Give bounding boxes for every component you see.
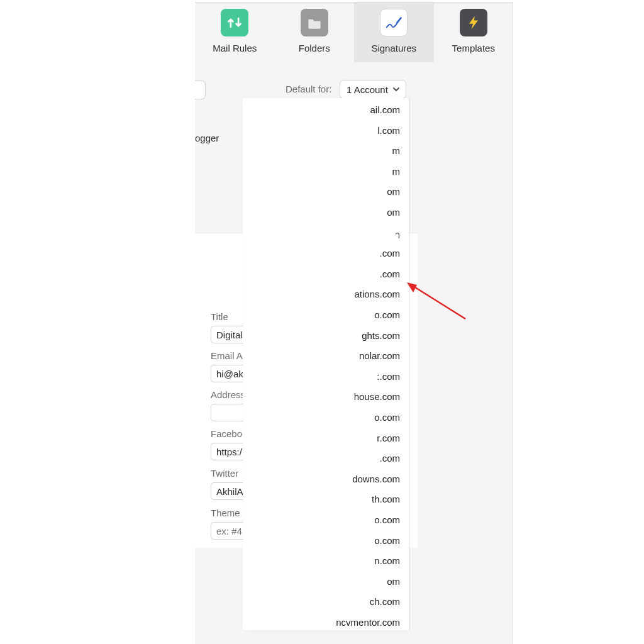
account-option[interactable]: า [395,228,400,243]
account-option[interactable]: :.com [377,371,400,382]
tab-folders[interactable]: Folders [275,3,355,63]
account-option[interactable]: ghts.com [362,330,400,341]
default-for-label: Default for: [286,84,331,94]
tab-label: Templates [452,43,495,53]
account-option[interactable]: .com [379,453,400,464]
tab-label: Mail Rules [213,43,257,53]
account-option[interactable]: .com [379,269,400,279]
tab-mail-rules[interactable]: Mail Rules [195,3,275,63]
account-option[interactable]: l.com [377,125,400,136]
account-option[interactable]: o.com [374,514,400,525]
chevron-down-icon [392,85,401,96]
account-option[interactable]: ncvmentor.com [336,617,400,628]
account-option[interactable]: ations.com [354,289,400,299]
accounts-dropdown[interactable]: ail.coml.commmomomา.com.comations.como.c… [243,98,409,630]
tab-templates[interactable]: Templates [434,3,514,63]
account-option[interactable]: .com [379,248,400,258]
signatures-icon [380,9,408,36]
default-for-select[interactable]: 1 Account [340,80,406,99]
account-option[interactable]: house.com [354,391,400,402]
tab-label: Signatures [371,43,416,53]
window-edge [513,2,513,644]
partial-search-input[interactable] [195,80,206,99]
account-option[interactable]: om [387,576,400,587]
tab-label: Folders [299,43,330,53]
account-option[interactable]: om [387,207,400,218]
account-option[interactable]: nolar.com [359,350,400,361]
account-option[interactable]: o.com [374,535,400,546]
account-option[interactable]: o.com [374,412,400,423]
account-option[interactable]: r.com [377,433,400,443]
account-option[interactable]: m [392,166,401,177]
select-value: 1 Account [347,84,388,95]
templates-icon [460,9,487,36]
account-option[interactable]: m [392,145,401,156]
account-option[interactable]: n.com [374,555,400,566]
account-option[interactable]: om [387,186,400,197]
mail-rules-icon [221,9,248,36]
sidebar-signature-name[interactable]: ogger [195,133,219,143]
account-option[interactable]: downs.com [352,474,400,484]
folders-icon [301,9,328,36]
account-option[interactable]: th.com [372,494,400,504]
account-option[interactable]: ail.com [370,104,400,115]
account-option[interactable]: ch.com [370,596,400,607]
account-option[interactable]: o.com [374,309,400,320]
tab-signatures[interactable]: Signatures [354,3,434,63]
preferences-toolbar: Mail Rules Folders Signatures Templates [195,2,513,64]
